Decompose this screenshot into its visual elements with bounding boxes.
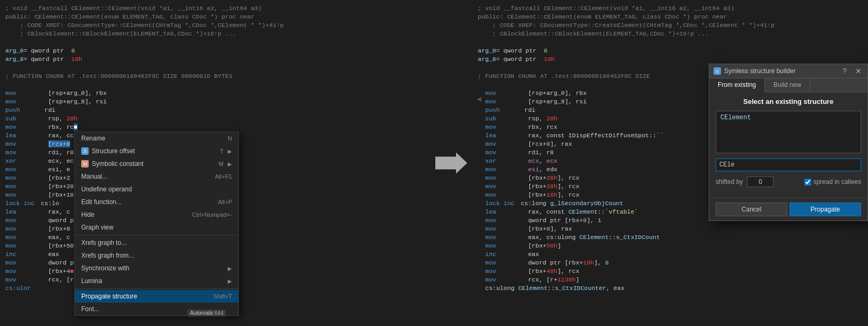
menu-item-xrefs-to[interactable]: Xrefs graph to... bbox=[75, 236, 238, 249]
code-line: ; CBlockElement::CBlockElement(ELEMENT_T… bbox=[5, 30, 425, 38]
code-line: ; FUNCTION CHUNK AT .text:0000000180462F… bbox=[5, 72, 425, 81]
code-line bbox=[5, 64, 425, 72]
code-line: arg_8= qword ptr 10h bbox=[478, 55, 863, 64]
right-code-panel: ; void __fastcall CElement::CElement(voi… bbox=[472, 0, 868, 326]
dialog-heading: Select an existing structure bbox=[716, 98, 861, 105]
code-line: ; CBlockElement::CBlockElement(ELEMENT_T… bbox=[478, 30, 863, 38]
menu-item-edit-function[interactable]: Edit function... Alt+P bbox=[75, 196, 238, 208]
rename-shortcut: N bbox=[228, 135, 232, 142]
graph-view-label: Graph view bbox=[81, 224, 114, 231]
menu-item-structure-offset[interactable]: S Structure offset T ▶ bbox=[75, 145, 238, 157]
submenu-arrow: ▶ bbox=[228, 278, 232, 284]
edit-function-label: Edit function... bbox=[81, 198, 122, 206]
code-line: ; void __fastcall CElement::CElement(voi… bbox=[478, 4, 863, 13]
spread-in-callees-checkbox[interactable] bbox=[804, 179, 811, 186]
direction-arrow bbox=[430, 0, 472, 326]
manual-shortcut: Alt+F1 bbox=[215, 173, 232, 180]
code-line: ; CODE XREF: CDocumentType::CElement(CHt… bbox=[5, 21, 425, 30]
xrefs-from-label: Xrefs graph from... bbox=[81, 252, 134, 259]
symbolic-constant-label: Symbolic constant bbox=[92, 160, 143, 168]
code-line: arg_0= qword ptr 8 bbox=[478, 47, 863, 55]
propagate-button[interactable]: Propagate bbox=[789, 202, 861, 216]
menu-item-manual[interactable]: Manual... Alt+F1 bbox=[75, 170, 238, 183]
font-label: Font... bbox=[81, 305, 99, 313]
shifted-by-input[interactable] bbox=[747, 177, 774, 187]
code-line: mov dword ptr [rbx+10h], 8 bbox=[478, 259, 863, 267]
struct-search-input[interactable] bbox=[716, 158, 861, 171]
code-line: push rdi bbox=[5, 106, 425, 114]
edit-function-shortcut: Alt+P bbox=[218, 199, 232, 205]
menu-item-xrefs-from[interactable]: Xrefs graph from... bbox=[75, 249, 238, 262]
menu-separator bbox=[75, 288, 238, 289]
struct-list[interactable]: CElement bbox=[716, 111, 861, 153]
code-line: inc eax bbox=[478, 250, 863, 259]
propagate-structure-shortcut: Shift+T bbox=[213, 293, 232, 299]
structure-offset-icon: S bbox=[81, 147, 89, 155]
menu-item-undefine-operand[interactable]: Undefine operand bbox=[75, 183, 238, 196]
code-line: mov [rbx+50h] bbox=[478, 242, 863, 250]
dialog-title-icon: S bbox=[714, 67, 721, 75]
code-line: mov [rbx+48h], rcx bbox=[478, 267, 863, 276]
undefine-label: Undefine operand bbox=[81, 186, 132, 193]
xrefs-to-label: Xrefs graph to... bbox=[81, 239, 126, 246]
dialog-close-button[interactable]: ✕ bbox=[854, 66, 863, 76]
menu-item-graph-view[interactable]: Graph view bbox=[75, 221, 238, 234]
menu-separator bbox=[75, 235, 238, 235]
submenu-arrow: ▶ bbox=[228, 148, 232, 154]
shifted-by-label: shifted by bbox=[716, 178, 743, 186]
arrow-shape bbox=[435, 153, 467, 174]
code-line: public: CElement::CElement(enum ELEMENT_… bbox=[478, 13, 863, 21]
dialog-title-text: S Symless structure builder bbox=[714, 67, 796, 75]
code-line: mov [rbx+0], rax bbox=[478, 225, 863, 233]
code-line: mov [rsp+arg_8], rsi bbox=[5, 98, 425, 106]
scroll-indicator: ◀ bbox=[477, 94, 481, 103]
code-line: arg_0= qword ptr 8 bbox=[5, 47, 425, 55]
submenu-arrow: ▶ bbox=[228, 266, 232, 271]
code-line: ; void __fastcall CElement::CElement(voi… bbox=[5, 4, 425, 13]
hide-shortcut: Ctrl+Numpad+- bbox=[192, 212, 232, 218]
menu-item-sync-with[interactable]: Synchronize with ▶ bbox=[75, 262, 238, 275]
spread-in-callees-label: spread in callees bbox=[813, 178, 861, 186]
symbolic-constant-icon: M bbox=[81, 160, 89, 168]
menu-item-lumina[interactable]: Lumina ▶ bbox=[75, 275, 238, 287]
symless-structure-builder-dialog[interactable]: S Symless structure builder ? ✕ From exi… bbox=[709, 64, 868, 221]
cancel-button[interactable]: Cancel bbox=[716, 202, 787, 216]
tooltip-badge: Automatic t-t-t bbox=[187, 310, 226, 316]
dialog-body: Select an existing structure CElement sh… bbox=[709, 92, 867, 198]
code-line: mov [rsp+arg_0], rbx bbox=[5, 89, 425, 98]
dialog-help-button[interactable]: ? bbox=[840, 66, 849, 76]
tab-from-existing[interactable]: From existing bbox=[709, 78, 765, 92]
struct-list-item[interactable]: CElement bbox=[718, 113, 858, 122]
shifted-by-row: shifted by spread in callees bbox=[716, 177, 861, 187]
lumina-label: Lumina bbox=[81, 277, 102, 285]
dialog-title-label: Symless structure builder bbox=[724, 67, 796, 75]
code-line: mov rcx, [r+1138h] bbox=[478, 276, 863, 284]
dialog-controls[interactable]: ? ✕ bbox=[840, 66, 863, 76]
dialog-footer[interactable]: Cancel Propagate bbox=[709, 198, 867, 221]
code-line bbox=[478, 38, 863, 47]
tab-build-new[interactable]: Build new bbox=[765, 78, 810, 92]
hide-label: Hide bbox=[81, 211, 94, 218]
menu-item-symbolic-constant[interactable]: M Symbolic constant M ▶ bbox=[75, 157, 238, 170]
menu-item-propagate-structure[interactable]: Propagate structure Shift+T bbox=[75, 290, 238, 303]
code-line bbox=[5, 81, 425, 89]
code-line: arg_8= qword ptr 10h bbox=[5, 55, 425, 64]
code-line: mov rbx, rc■ bbox=[5, 123, 425, 131]
context-menu[interactable]: Rename N S Structure offset T ▶ M Symbol… bbox=[74, 131, 239, 316]
rename-label: Rename bbox=[81, 135, 105, 142]
menu-item-rename[interactable]: Rename N bbox=[75, 132, 238, 145]
spread-in-callees-wrap[interactable]: spread in callees bbox=[804, 178, 861, 186]
left-code-panel: ; void __fastcall CElement::CElement(voi… bbox=[0, 0, 430, 326]
symbolic-constant-shortcut: M bbox=[219, 161, 224, 167]
submenu-arrow: ▶ bbox=[228, 161, 232, 167]
code-line: cs:ulong CElement::s_CtxIDCounter, eax bbox=[478, 284, 863, 293]
propagate-structure-label: Propagate structure bbox=[81, 293, 137, 300]
menu-item-hide[interactable]: Hide Ctrl+Numpad+- bbox=[75, 208, 238, 221]
dialog-titlebar: S Symless structure builder ? ✕ bbox=[709, 64, 867, 78]
code-line: ; CODE XREF: CDocumentType::CreateElemen… bbox=[478, 21, 863, 30]
code-line bbox=[5, 38, 425, 47]
code-line: public: CElement::CElement(enum ELEMENT_… bbox=[5, 13, 425, 21]
sync-with-label: Synchronize with bbox=[81, 265, 130, 272]
menu-item-font[interactable]: Font... Automatic t-t-t bbox=[75, 303, 238, 315]
dialog-tabs[interactable]: From existing Build new bbox=[709, 78, 867, 92]
